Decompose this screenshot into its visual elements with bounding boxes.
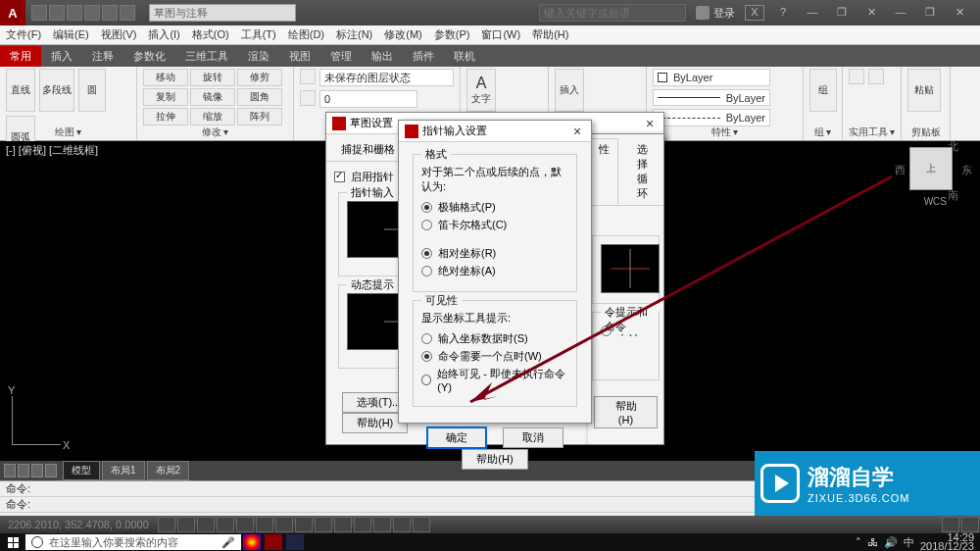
mirror-button[interactable]: 镜像 — [190, 88, 235, 106]
sb-right-icon[interactable] — [942, 517, 959, 532]
group-button[interactable]: 组 — [809, 69, 837, 112]
menu-dim[interactable]: 标注(N) — [330, 25, 378, 44]
rotate-button[interactable]: 旋转 — [190, 69, 235, 86]
tab-3dtools[interactable]: 三维工具 — [175, 46, 238, 67]
menu-modify[interactable]: 修改(M) — [378, 25, 428, 44]
dialog2-close-icon[interactable]: × — [569, 124, 585, 139]
sb-trans-icon[interactable] — [354, 517, 371, 532]
sb-ducs-icon[interactable] — [295, 517, 313, 532]
radio-polar[interactable]: 极轴格式(P) — [421, 200, 568, 215]
restore-app-icon[interactable]: ❐ — [919, 6, 941, 20]
d1r-help-button[interactable]: 帮助(H) — [594, 396, 658, 428]
tray-vol-icon[interactable]: 🔊 — [884, 536, 898, 549]
help-icon[interactable]: ? — [772, 6, 794, 20]
viewport-label[interactable]: [-] [俯视] [二维线框] — [6, 143, 98, 158]
task-autocad-icon[interactable] — [265, 534, 282, 550]
help-search-input[interactable] — [539, 4, 686, 22]
text-button[interactable]: A文字 — [466, 69, 496, 112]
login-button[interactable]: 登录 — [696, 6, 735, 21]
group-label-draw[interactable]: 绘图 ▾ — [0, 125, 136, 139]
linetype-dropdown[interactable]: ByLayer — [653, 109, 770, 126]
mic-icon[interactable]: 🎤 — [221, 536, 235, 549]
windows-search-input[interactable]: 在这里输入你要搜索的内容 🎤 — [25, 534, 241, 550]
group-label-utilities[interactable]: 实用工具 ▾ — [843, 125, 901, 139]
tab-insert[interactable]: 插入 — [41, 46, 82, 67]
radio-absolute[interactable]: 绝对坐标(A) — [421, 264, 568, 278]
sb-snap-icon[interactable] — [158, 517, 175, 532]
radio-vis-cmd[interactable]: 命令需要一个点时(W) — [421, 349, 568, 364]
tab-annotate[interactable]: 注释 — [82, 46, 123, 67]
sb-lwt-icon[interactable] — [334, 517, 352, 532]
group-label-group[interactable]: 组 ▾ — [804, 125, 842, 139]
menu-param[interactable]: 参数(P) — [428, 25, 476, 44]
task-paint-icon[interactable] — [286, 534, 304, 550]
array-button[interactable]: 阵列 — [237, 108, 282, 125]
radio-relative[interactable]: 相对坐标(R) — [421, 246, 568, 261]
d2-ok-button[interactable]: 确定 — [426, 426, 487, 449]
tab-param[interactable]: 参数化 — [123, 46, 175, 67]
tab-first-icon[interactable] — [4, 464, 16, 477]
group-label-clipboard[interactable]: 剪贴板 — [902, 125, 950, 139]
sb-ortho-icon[interactable] — [197, 517, 215, 532]
sb-osnap-icon[interactable] — [236, 517, 254, 532]
fillet-button[interactable]: 圆角 — [237, 88, 282, 106]
restore-doc-icon[interactable]: ❐ — [831, 6, 853, 20]
d1-tab-r1[interactable]: 性 — [590, 138, 618, 205]
menu-help[interactable]: 帮助(H) — [526, 25, 574, 44]
qat-undo-icon[interactable] — [102, 5, 118, 21]
menu-file[interactable]: 文件(F) — [0, 25, 47, 44]
insert-button[interactable]: 插入 — [555, 69, 584, 112]
menu-format[interactable]: 格式(O) — [186, 25, 235, 44]
workspace-dropdown[interactable] — [149, 4, 296, 22]
close-app-icon[interactable]: ✕ — [949, 6, 970, 20]
radio-vis-always[interactable]: 始终可见 - 即使未执行命令(Y) — [421, 367, 568, 393]
menu-draw[interactable]: 绘图(D) — [282, 25, 330, 44]
menu-insert[interactable]: 插入(I) — [142, 25, 185, 44]
polyline-button[interactable]: 多段线 — [39, 69, 74, 112]
d1-tab-snap[interactable]: 捕捉和栅格 — [332, 138, 404, 161]
calc-icon[interactable] — [868, 69, 884, 84]
qat-save-icon[interactable] — [67, 5, 82, 21]
min-app-icon[interactable]: — — [890, 6, 911, 20]
tray-net-icon[interactable]: 🖧 — [867, 536, 878, 548]
radio-vis-input[interactable]: 输入坐标数据时(S) — [421, 331, 568, 346]
copy-button[interactable]: 复制 — [143, 88, 188, 106]
d2-cancel-button[interactable]: 取消 — [503, 427, 564, 448]
radio-cartesian[interactable]: 笛卡尔格式(C) — [421, 218, 568, 232]
menu-window[interactable]: 窗口(W) — [475, 25, 526, 44]
tab-render[interactable]: 渲染 — [238, 46, 279, 67]
sb-otrack-icon[interactable] — [275, 517, 293, 532]
app-logo[interactable]: A — [0, 0, 25, 25]
d2-help-button[interactable]: 帮助(H) — [462, 449, 527, 470]
sb-dyn-icon[interactable] — [315, 517, 332, 532]
tab-view[interactable]: 视图 — [279, 46, 320, 67]
menu-tools[interactable]: 工具(T) — [235, 25, 282, 44]
tab-prev-icon[interactable] — [18, 464, 29, 477]
trim-button[interactable]: 修剪 — [237, 69, 282, 86]
menu-view[interactable]: 视图(V) — [95, 25, 143, 44]
paste-button[interactable]: 粘贴 — [907, 69, 941, 112]
sb-model-icon[interactable] — [413, 517, 430, 532]
sb-sc-icon[interactable] — [393, 517, 411, 532]
tab-online[interactable]: 联机 — [444, 46, 485, 67]
dialog1-close-icon[interactable]: × — [642, 116, 658, 131]
scale-button[interactable]: 缩放 — [190, 108, 235, 125]
sb-grid-icon[interactable] — [177, 517, 195, 532]
group-label-modify[interactable]: 修改 ▾ — [137, 125, 293, 139]
d1-tab-r2[interactable]: 选择循环 — [628, 138, 662, 205]
start-button[interactable] — [0, 533, 25, 551]
sb-right2-icon[interactable] — [961, 517, 979, 532]
min-doc-icon[interactable]: — — [802, 6, 823, 20]
tab-last-icon[interactable] — [45, 464, 57, 477]
tab-layout1[interactable]: 布局1 — [102, 461, 145, 480]
layer-props-icon[interactable] — [300, 69, 316, 84]
qat-open-icon[interactable] — [49, 5, 65, 21]
tab-model[interactable]: 模型 — [63, 461, 100, 480]
sb-qp-icon[interactable] — [373, 517, 391, 532]
measure-icon[interactable] — [849, 69, 864, 84]
tab-manage[interactable]: 管理 — [320, 46, 362, 67]
dialog2-header[interactable]: 指针输入设置 × — [399, 121, 591, 142]
tab-home[interactable]: 常用 — [0, 46, 41, 67]
tab-plugins[interactable]: 插件 — [403, 46, 444, 67]
tab-output[interactable]: 输出 — [362, 46, 403, 67]
